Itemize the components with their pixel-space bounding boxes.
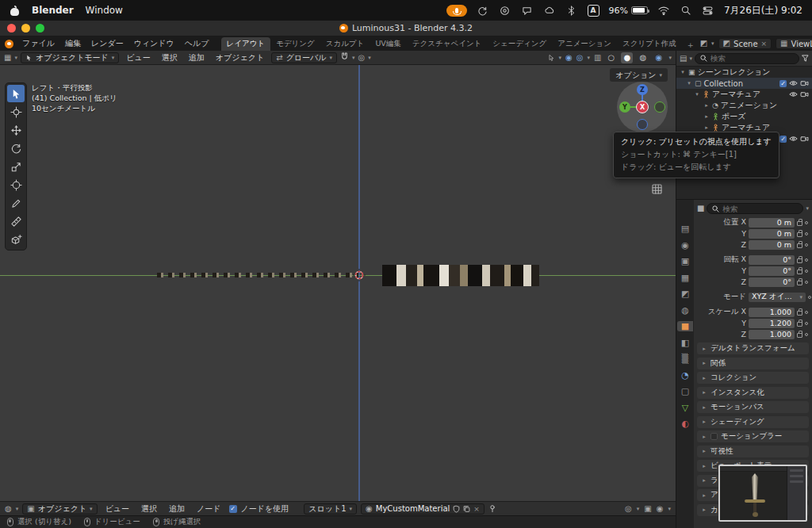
lock-icon[interactable] [797, 243, 802, 248]
keyframe-dot[interactable] [808, 296, 811, 299]
chat-status-icon[interactable] [521, 4, 534, 17]
tab-modifiers-icon[interactable]: ◧ [677, 338, 693, 348]
apple-menu-icon[interactable] [10, 6, 20, 16]
node-options-icon[interactable]: ◉ [657, 505, 664, 513]
scale-y-field[interactable]: 1.200 [749, 319, 795, 329]
viewport-menu-object[interactable]: オブジェクト [212, 52, 268, 63]
tool-scale[interactable] [7, 158, 25, 175]
rotation-y-field[interactable]: 0° [749, 266, 795, 277]
gizmo-axis-x[interactable]: X [636, 101, 649, 113]
outliner-search-input[interactable] [710, 54, 794, 63]
expand-arrow-icon[interactable]: ▾ [694, 91, 700, 98]
rotation-mode-dropdown[interactable]: XYZ オイ… ▾ [749, 293, 806, 303]
toggle-xray-icon[interactable]: ▥ [594, 54, 601, 62]
shading-rendered-button[interactable]: ◉ [653, 52, 665, 63]
location-x-field[interactable]: 0 m [749, 218, 795, 228]
menu-window[interactable]: ウィンドウ [129, 37, 179, 50]
lock-icon[interactable] [797, 270, 802, 274]
scale-z-field[interactable]: 1.000 [749, 330, 795, 340]
menu-edit[interactable]: 編集 [60, 37, 86, 50]
use-nodes-checkbox[interactable]: ✓ [229, 505, 237, 513]
outliner-row-animation[interactable]: ▸ ◔ アニメーション [676, 100, 812, 111]
viewport-3d[interactable]: レフト・平行投影 (41) Collection | 低ポリ 10センチメートル… [0, 65, 676, 501]
lock-icon[interactable] [797, 232, 802, 237]
gizmo-axis-z-positive[interactable]: Z [637, 84, 648, 95]
expand-arrow-icon[interactable]: ▸ [703, 113, 710, 120]
menu-help[interactable]: ヘルプ [180, 37, 214, 50]
editor-type-icon[interactable]: ▦ [4, 54, 11, 62]
outliner-row-collection[interactable]: ▾ ▢ Collection ✓ [676, 78, 812, 89]
location-z-field[interactable]: 0 m [749, 240, 795, 251]
wifi-icon[interactable] [657, 4, 670, 17]
show-gizmo-icon[interactable]: ◉ [565, 54, 573, 62]
keyframe-dot[interactable] [805, 258, 808, 262]
outliner-search[interactable] [695, 53, 799, 64]
unlink-material-icon[interactable]: × [473, 505, 480, 513]
mode-dropdown[interactable]: オブジェクトモード ▾ [21, 52, 119, 63]
rotation-x-field[interactable]: 0° [749, 255, 795, 266]
blender-menu-icon[interactable] [5, 40, 13, 48]
tab-scripting[interactable]: スクリプト作成 [617, 37, 682, 52]
scene-selector[interactable]: ◩ Scene × [718, 38, 772, 49]
app-menu[interactable]: Blender [32, 5, 74, 16]
tool-measure[interactable] [7, 212, 25, 230]
navigation-gizmo[interactable]: Z Y X [617, 82, 668, 132]
tab-modeling[interactable]: モデリング [270, 37, 320, 52]
keyframe-dot[interactable] [805, 322, 808, 325]
tab-render-icon[interactable]: ◉ [677, 240, 693, 251]
lock-icon[interactable] [797, 322, 802, 327]
snapping-icon[interactable]: ◎ [625, 505, 632, 513]
transform-orientation-dropdown[interactable]: ⇄ グローバル ▾ [271, 52, 337, 63]
gizmo-axis-y-positive[interactable]: Y [619, 101, 630, 113]
shader-menu-node[interactable]: ノード [193, 503, 224, 515]
menu-render[interactable]: レンダー [86, 37, 128, 50]
mic-in-use-indicator[interactable] [446, 5, 467, 17]
overlay-toggle-icon[interactable]: ▣ [644, 505, 651, 513]
expand-arrow-icon[interactable]: ▾ [680, 69, 686, 75]
tab-shading[interactable]: シェーディング [487, 37, 552, 52]
hide-eye-icon[interactable] [789, 80, 798, 86]
shader-menu-add[interactable]: 追加 [165, 503, 189, 515]
outliner-editor-icon[interactable]: ▤ [680, 55, 687, 63]
tab-uv-editing[interactable]: UV編集 [370, 37, 406, 52]
keyframe-dot[interactable] [805, 311, 808, 314]
fake-user-shield-icon[interactable] [453, 505, 460, 513]
tool-annotate[interactable] [7, 194, 25, 212]
control-center-icon[interactable] [702, 4, 714, 17]
gizmo-axis-z-negative[interactable] [637, 119, 648, 130]
keyframe-dot[interactable] [805, 232, 808, 235]
keyframe-dot[interactable] [805, 270, 808, 273]
tool-options-button[interactable]: オプション ▾ [610, 68, 668, 82]
menubar-clock[interactable]: 7月26日(土) 9:02 [724, 4, 802, 17]
location-y-field[interactable]: 0 m [749, 229, 795, 239]
duplicate-material-icon[interactable] [463, 505, 470, 513]
input-source-menu[interactable]: A [588, 5, 599, 17]
sync-status-icon[interactable] [477, 4, 489, 17]
tool-transform[interactable] [7, 176, 25, 193]
snap-toggle[interactable] [340, 52, 349, 63]
tab-constraints-icon[interactable]: ▢ [677, 386, 693, 396]
add-workspace-button[interactable]: + [682, 39, 699, 52]
hide-eye-icon[interactable] [789, 91, 798, 98]
tab-output-icon[interactable]: ▣ [677, 256, 693, 266]
outliner-row-scene-collection[interactable]: ▾ ▣ シーンコレクション [676, 67, 812, 78]
tab-particles-icon[interactable]: ▒ [677, 354, 693, 364]
section-shading[interactable]: ▸シェーディング [697, 416, 809, 428]
lock-icon[interactable] [797, 333, 802, 338]
tool-move[interactable] [7, 121, 25, 139]
tab-sculpting[interactable]: スカルプト [320, 37, 370, 52]
shader-editor-type-icon[interactable]: ◍ [5, 505, 12, 513]
section-motion-paths[interactable]: ▸モーションパス [697, 401, 809, 413]
app-status-icon[interactable] [499, 4, 511, 17]
keyframe-dot[interactable] [805, 333, 808, 336]
expand-arrow-icon[interactable]: ▸ [703, 102, 710, 109]
expand-arrow-icon[interactable]: ▸ [703, 124, 710, 131]
keyframe-dot[interactable] [805, 221, 808, 224]
lock-icon[interactable] [797, 258, 802, 263]
material-name-field[interactable]: ◉ MyCustomMaterial × [361, 503, 485, 515]
tab-texture-paint[interactable]: テクスチャペイント [407, 37, 488, 52]
section-collections[interactable]: ▸コレクション [697, 372, 809, 384]
rotation-z-field[interactable]: 0° [749, 277, 795, 288]
section-relations[interactable]: ▸関係 [697, 358, 809, 369]
tab-world-icon[interactable]: ◍ [677, 305, 693, 316]
